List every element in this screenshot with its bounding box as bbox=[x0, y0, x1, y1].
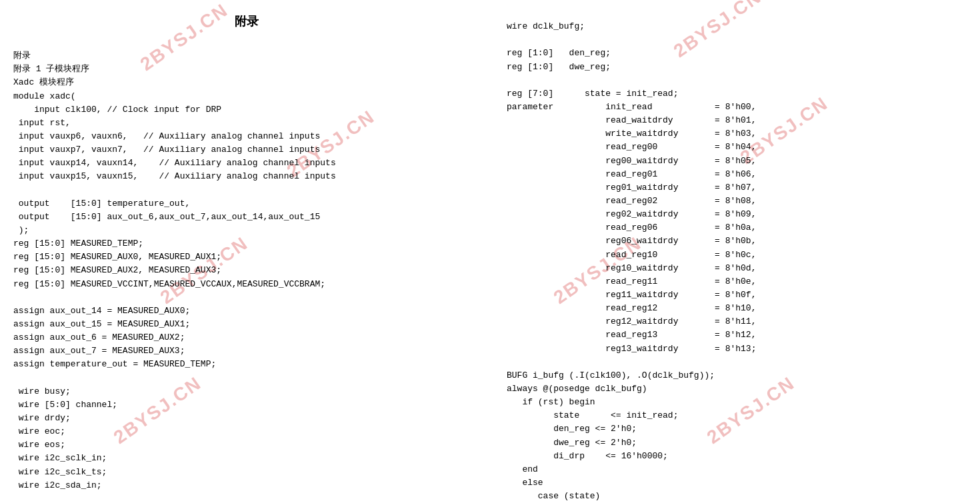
right-line-32: else bbox=[507, 478, 543, 488]
left-line-28: wire i2c_sclk_in; bbox=[13, 453, 107, 463]
right-line-13: reg02_waitdrdy = 8'h09, bbox=[507, 209, 756, 219]
right-line-20: read_reg12 = 8'h10, bbox=[507, 303, 756, 313]
right-line-3: reg [1:0] dwe_reg; bbox=[507, 62, 611, 72]
right-line-33: case (state) bbox=[507, 491, 600, 501]
right-line-6: read_waitdrdy = 8'h01, bbox=[507, 115, 756, 125]
right-line-1: wire dclk_bufg; bbox=[507, 21, 585, 31]
right-line-4: reg [7:0] state = init_read; bbox=[507, 89, 678, 99]
left-line-6: input rst, bbox=[13, 118, 71, 128]
left-line-15: reg [15:0] MEASURED_AUX0, MEASURED_AUX1; bbox=[13, 252, 221, 262]
left-line-26: wire eoc; bbox=[13, 426, 65, 436]
left-panel: 附录 附录 附录 1 子模块程序 Xadc 模块程序 module xadc( … bbox=[0, 0, 493, 501]
left-line-8: input vauxp7, vauxn7, // Auxiliary analo… bbox=[13, 145, 320, 155]
right-line-9: reg00_waitdrdy = 8'h05, bbox=[507, 156, 756, 166]
left-line-2: 附录 1 子模块程序 bbox=[13, 64, 89, 74]
left-code-block: 附录 附录 1 子模块程序 Xadc 模块程序 module xadc( inp… bbox=[13, 36, 480, 501]
left-line-24: wire [5:0] channel; bbox=[13, 400, 117, 410]
left-line-9: input vauxp14, vauxn14, // Auxiliary ana… bbox=[13, 158, 336, 168]
right-line-24: BUFG i_bufg (.I(clk100), .O(dclk_bufg)); bbox=[507, 370, 715, 380]
right-panel: wire dclk_bufg; reg [1:0] den_reg; reg [… bbox=[493, 0, 980, 501]
right-line-30: di_drp <= 16'h0000; bbox=[507, 451, 668, 461]
left-line-23: wire busy; bbox=[13, 386, 71, 396]
right-line-11: reg01_waitdrdy = 8'h07, bbox=[507, 183, 756, 193]
left-line-7: input vauxp6, vauxn6, // Auxiliary analo… bbox=[13, 131, 320, 141]
right-line-21: reg12_waitdrdy = 8'h11, bbox=[507, 316, 756, 326]
right-line-27: state <= init_read; bbox=[507, 410, 678, 420]
right-line-28: den_reg <= 2'h0; bbox=[507, 424, 637, 434]
right-line-18: read_reg11 = 8'h0e, bbox=[507, 276, 756, 286]
right-line-31: end bbox=[507, 464, 538, 474]
left-line-29: wire i2c_sclk_ts; bbox=[13, 467, 107, 477]
right-line-10: read_reg01 = 8'h06, bbox=[507, 169, 756, 179]
left-line-30: wire i2c_sda_in; bbox=[13, 480, 102, 490]
left-line-20: assign aux_out_6 = MEASURED_AUX2; bbox=[13, 332, 185, 342]
right-line-15: reg06_waitdrdy = 8'h0b, bbox=[507, 236, 756, 246]
right-line-16: read_reg10 = 8'h0c, bbox=[507, 250, 756, 260]
right-line-12: read_reg02 = 8'h08, bbox=[507, 196, 756, 206]
left-line-11: output [15:0] temperature_out, bbox=[13, 199, 190, 209]
right-line-5: parameter init_read = 8'h00, bbox=[507, 102, 756, 112]
left-line-3: Xadc 模块程序 bbox=[13, 77, 74, 87]
left-line-12: output [15:0] aux_out_6,aux_out_7,aux_ou… bbox=[13, 212, 320, 222]
center-title: 附录 bbox=[13, 13, 480, 29]
right-line-2: reg [1:0] den_reg; bbox=[507, 48, 611, 58]
left-line-19: assign aux_out_15 = MEASURED_AUX1; bbox=[13, 319, 190, 329]
left-line-22: assign temperature_out = MEASURED_TEMP; bbox=[13, 359, 216, 369]
left-line-4: module xadc( bbox=[13, 91, 76, 101]
left-line-21: assign aux_out_7 = MEASURED_AUX3; bbox=[13, 346, 185, 356]
left-line-5: input clk100, // Clock input for DRP bbox=[13, 105, 221, 115]
right-line-25: always @(posedge dclk_bufg) bbox=[507, 384, 647, 394]
left-line-25: wire drdy; bbox=[13, 413, 71, 423]
left-line-18: assign aux_out_14 = MEASURED_AUX0; bbox=[13, 306, 190, 316]
left-line-17: reg [15:0] MEASURED_VCCINT,MEASURED_VCCA… bbox=[13, 279, 325, 289]
left-line-13: ); bbox=[13, 225, 29, 235]
right-line-23: reg13_waitdrdy = 8'h13; bbox=[507, 344, 756, 354]
right-line-29: dwe_reg <= 2'h0; bbox=[507, 438, 637, 448]
right-line-14: read_reg06 = 8'h0a, bbox=[507, 223, 756, 233]
right-line-17: reg10_waitdrdy = 8'h0d, bbox=[507, 263, 756, 273]
right-line-7: write_waitdrdy = 8'h03, bbox=[507, 129, 756, 139]
left-line-1: 附录 bbox=[13, 51, 31, 61]
left-line-27: wire eos; bbox=[13, 440, 65, 450]
right-line-8: read_reg00 = 8'h04, bbox=[507, 142, 756, 152]
right-line-19: reg11_waitdrdy = 8'h0f, bbox=[507, 290, 756, 300]
page-container: 2BYSJ.CN 2BYSJ.CN 2BYSJ.CN 2BYSJ.CN 2BYS… bbox=[0, 0, 980, 501]
left-line-10: input vauxp15, vauxn15, // Auxiliary ana… bbox=[13, 171, 336, 181]
right-code-block: wire dclk_bufg; reg [1:0] den_reg; reg [… bbox=[507, 7, 967, 501]
left-line-16: reg [15:0] MEASURED_AUX2, MEASURED_AUX3; bbox=[13, 265, 221, 275]
right-line-22: read_reg13 = 8'h12, bbox=[507, 330, 756, 340]
left-line-14: reg [15:0] MEASURED_TEMP; bbox=[13, 239, 143, 249]
right-line-26: if (rst) begin bbox=[507, 397, 595, 407]
